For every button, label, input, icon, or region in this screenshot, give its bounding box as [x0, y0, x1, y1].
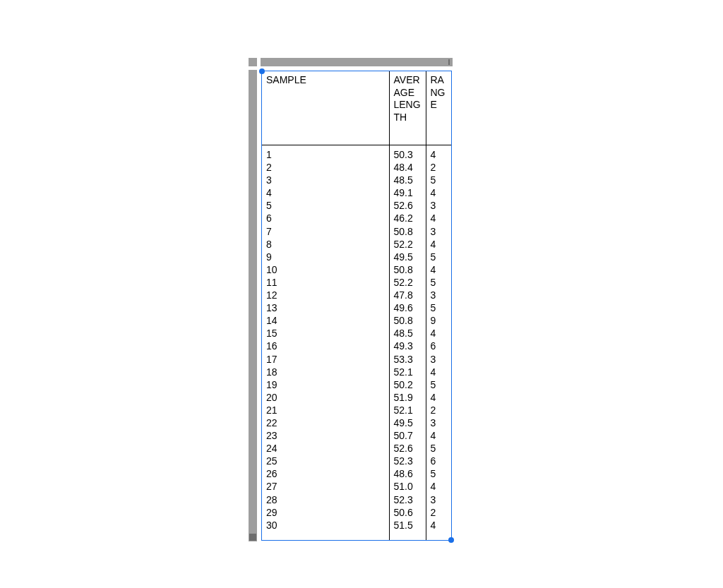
editor-stage: SAMPLE AVERAGE LENGTH RANGE 123456789101… — [249, 58, 456, 545]
data-table: SAMPLE AVERAGE LENGTH RANGE 123456789101… — [262, 71, 451, 540]
cell-sample: 30 — [266, 519, 386, 532]
ruler-tick-icon — [448, 59, 450, 65]
cell-average-length: 52.3 — [394, 493, 423, 506]
cell-average-length: 48.6 — [394, 467, 423, 480]
cell-sample: 18 — [266, 366, 386, 378]
cell-sample: 16 — [266, 340, 386, 352]
cell-sample: 3 — [266, 174, 386, 186]
ruler-horizontal[interactable] — [261, 58, 453, 66]
cell-average-length: 52.2 — [394, 238, 423, 251]
cell-range: 2 — [431, 506, 449, 519]
cell-average-length: 52.1 — [394, 366, 423, 378]
cell-average-length: 52.6 — [394, 199, 423, 212]
col-body-sample: 1234567891011121314151617181920212223242… — [262, 145, 389, 541]
cell-range: 5 — [431, 301, 449, 314]
cell-range: 5 — [431, 467, 449, 480]
cell-sample: 4 — [266, 186, 386, 199]
cell-sample: 14 — [266, 314, 386, 327]
cell-average-length: 49.6 — [394, 301, 423, 314]
cell-range: 4 — [431, 212, 449, 224]
cell-average-length: 49.3 — [394, 340, 423, 352]
ruler-vertical[interactable] — [249, 70, 257, 541]
cell-average-length: 48.4 — [394, 161, 423, 174]
selection-handle-top-left[interactable] — [259, 68, 265, 74]
cell-sample: 13 — [266, 301, 386, 314]
cell-sample: 12 — [266, 289, 386, 301]
cell-range: 4 — [431, 429, 449, 442]
cell-average-length: 50.3 — [394, 148, 423, 161]
cell-sample: 19 — [266, 378, 386, 391]
cell-sample: 9 — [266, 251, 386, 263]
cell-average-length: 47.8 — [394, 289, 423, 301]
col-header-average-length: AVERAGE LENGTH — [389, 71, 426, 145]
cell-sample: 25 — [266, 455, 386, 467]
selection-handle-bottom-right[interactable] — [448, 537, 454, 543]
cell-average-length: 52.1 — [394, 404, 423, 416]
cell-range: 3 — [431, 225, 449, 238]
cell-sample: 1 — [266, 148, 386, 161]
cell-sample: 23 — [266, 429, 386, 442]
cell-average-length: 50.8 — [394, 225, 423, 238]
cell-average-length: 52.3 — [394, 455, 423, 467]
cell-range: 3 — [431, 416, 449, 429]
cell-sample: 24 — [266, 442, 386, 455]
cell-sample: 8 — [266, 238, 386, 251]
table-object[interactable]: SAMPLE AVERAGE LENGTH RANGE 123456789101… — [261, 71, 452, 541]
cell-range: 4 — [431, 327, 449, 340]
cell-sample: 26 — [266, 467, 386, 480]
cell-sample: 22 — [266, 416, 386, 429]
cell-range: 6 — [431, 455, 449, 467]
cell-average-length: 50.7 — [394, 429, 423, 442]
cell-average-length: 48.5 — [394, 327, 423, 340]
cell-average-length: 50.2 — [394, 378, 423, 391]
cell-average-length: 51.9 — [394, 391, 423, 404]
cell-sample: 21 — [266, 404, 386, 416]
cell-average-length: 50.8 — [394, 263, 423, 276]
cell-range: 2 — [431, 404, 449, 416]
col-body-average-length: 50.348.448.549.152.646.250.852.249.550.8… — [389, 145, 426, 541]
col-body-range: 425434345453594634542345654324 — [426, 145, 451, 541]
table-body-row: 1234567891011121314151617181920212223242… — [262, 145, 451, 541]
cell-range: 3 — [431, 353, 449, 366]
cell-average-length: 53.3 — [394, 353, 423, 366]
cell-sample: 7 — [266, 225, 386, 238]
cell-sample: 29 — [266, 506, 386, 519]
cell-average-length: 49.5 — [394, 416, 423, 429]
cell-range: 5 — [431, 378, 449, 391]
cell-range: 4 — [431, 519, 449, 532]
cell-sample: 28 — [266, 493, 386, 506]
cell-range: 3 — [431, 199, 449, 212]
cell-sample: 5 — [266, 199, 386, 212]
ruler-corner — [249, 58, 257, 66]
cell-range: 4 — [431, 391, 449, 404]
cell-sample: 27 — [266, 480, 386, 493]
cell-average-length: 51.5 — [394, 519, 423, 532]
cell-range: 5 — [431, 276, 449, 289]
cell-range: 3 — [431, 493, 449, 506]
ruler-handle-icon — [249, 534, 256, 541]
cell-range: 4 — [431, 480, 449, 493]
cell-average-length: 50.6 — [394, 506, 423, 519]
cell-range: 9 — [431, 314, 449, 327]
cell-average-length: 51.0 — [394, 480, 423, 493]
cell-range: 4 — [431, 238, 449, 251]
cell-range: 4 — [431, 186, 449, 199]
cell-sample: 20 — [266, 391, 386, 404]
cell-sample: 2 — [266, 161, 386, 174]
cell-sample: 11 — [266, 276, 386, 289]
cell-range: 4 — [431, 148, 449, 161]
cell-average-length: 52.6 — [394, 442, 423, 455]
cell-sample: 15 — [266, 327, 386, 340]
cell-range: 5 — [431, 174, 449, 186]
cell-range: 3 — [431, 289, 449, 301]
cell-range: 5 — [431, 442, 449, 455]
cell-average-length: 52.2 — [394, 276, 423, 289]
cell-average-length: 49.1 — [394, 186, 423, 199]
cell-range: 6 — [431, 340, 449, 352]
table-header-row: SAMPLE AVERAGE LENGTH RANGE — [262, 71, 451, 145]
cell-average-length: 49.5 — [394, 251, 423, 263]
cell-sample: 10 — [266, 263, 386, 276]
cell-range: 5 — [431, 251, 449, 263]
cell-average-length: 48.5 — [394, 174, 423, 186]
col-header-range: RANGE — [426, 71, 451, 145]
